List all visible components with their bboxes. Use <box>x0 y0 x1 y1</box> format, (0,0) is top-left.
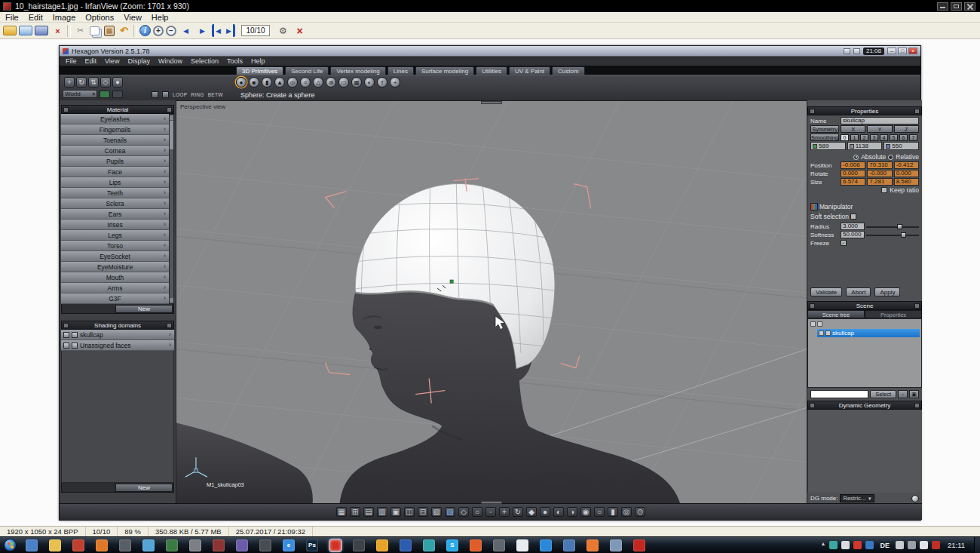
hx-menu-display[interactable]: Display <box>127 57 150 65</box>
relative-radio[interactable] <box>888 155 893 160</box>
start-button[interactable] <box>4 539 17 551</box>
page-number-field[interactable] <box>241 25 270 36</box>
plane-tool-icon[interactable]: ▭ <box>338 77 349 88</box>
rotate-x-field[interactable]: 0.000 <box>841 170 865 177</box>
symmetry-z-button[interactable]: Z <box>894 125 919 133</box>
material-item-legs[interactable]: Legs <box>61 230 169 241</box>
select-tool-icon[interactable]: + <box>64 77 75 88</box>
taskbar-app-crimson[interactable] <box>633 539 645 551</box>
symmetry-button[interactable]: Symmetry <box>810 125 839 133</box>
first-image-icon[interactable]: ◀ <box>212 24 222 37</box>
freeze-checkbox[interactable] <box>841 240 847 246</box>
cylinder-tool-icon[interactable]: ▮ <box>262 77 272 88</box>
taskbar-firefox[interactable] <box>96 539 108 551</box>
soft-selection-checkbox[interactable] <box>850 214 856 220</box>
exit-icon[interactable]: × <box>292 24 307 37</box>
smoothing-level-0[interactable]: 0 <box>841 134 849 141</box>
menu-help[interactable]: Help <box>152 13 169 22</box>
helix-tool-icon[interactable]: ≈ <box>300 77 311 88</box>
taskbar-app-red[interactable] <box>72 539 84 551</box>
separator[interactable] <box>67 25 71 37</box>
taskbar-explorer[interactable] <box>49 539 61 551</box>
size-z-field[interactable]: 8.580 <box>894 178 919 186</box>
delete-icon[interactable]: × <box>51 24 65 37</box>
hx-menu-selection[interactable]: Selection <box>191 57 219 65</box>
scroll-up-icon[interactable] <box>170 115 173 120</box>
keep-ratio-checkbox[interactable] <box>881 187 887 193</box>
panel-menu-icon[interactable] <box>167 323 172 328</box>
add-icon[interactable] <box>72 343 78 349</box>
visibility-icon[interactable] <box>63 343 69 349</box>
camera-view-icon[interactable]: ◎ <box>621 507 632 517</box>
smoothing-level-4[interactable]: 4 <box>880 134 888 141</box>
tab-uv-paint[interactable]: UV & Paint <box>509 66 550 75</box>
taskbar-app-bluegray[interactable] <box>610 539 622 551</box>
material-item-fingernails[interactable]: Fingernails <box>61 124 169 135</box>
panel-menu-icon[interactable] <box>167 107 172 112</box>
rows-view-icon[interactable]: ▤ <box>363 507 374 517</box>
xyz-axis-chip[interactable] <box>100 91 110 98</box>
hx-menu-file[interactable]: File <box>66 57 77 65</box>
pyramid-tool-icon[interactable]: △ <box>313 77 323 88</box>
pan-view-icon[interactable]: ⇅ <box>88 77 99 88</box>
shaded-ball-icon[interactable]: ● <box>540 507 550 517</box>
taskbar-app-teal[interactable] <box>423 539 435 551</box>
tray-network-icon[interactable] <box>920 541 928 549</box>
softness-field[interactable]: 50.000 <box>841 231 865 238</box>
scale-tool-icon[interactable]: ◆ <box>526 507 537 517</box>
halfshade-ball-icon[interactable]: ◐ <box>553 507 564 517</box>
tray-icon-teal[interactable] <box>829 541 838 549</box>
material-item-irises[interactable]: Irises <box>61 220 169 230</box>
tab-utilities[interactable]: Utilities <box>476 66 507 75</box>
taskbar-app-violet[interactable] <box>236 539 248 551</box>
material-item-lips[interactable]: Lips <box>61 177 169 188</box>
taskbar-clock[interactable]: 21:11 <box>948 541 965 549</box>
undo-icon[interactable]: ↶ <box>117 24 131 37</box>
material-scrollbar[interactable] <box>169 114 174 304</box>
name-field[interactable]: skullcap <box>841 117 919 124</box>
zoom-in-icon[interactable]: + <box>153 26 164 36</box>
taskbar-app-dark[interactable] <box>259 539 271 551</box>
hx-menu-help[interactable]: Help <box>251 57 265 65</box>
backshade-ball-icon[interactable]: ◑ <box>567 507 577 517</box>
tray-icon-red[interactable] <box>853 541 862 549</box>
smoothing-button[interactable]: Smoothing <box>810 134 839 141</box>
thumbnails-icon[interactable] <box>19 26 32 35</box>
symmetry-x-button[interactable]: X <box>841 125 865 133</box>
material-item-face[interactable]: Face <box>61 167 169 177</box>
magnify-icon[interactable]: ○ <box>472 507 482 517</box>
taskbar-ie[interactable]: e <box>283 539 295 551</box>
position-y-field[interactable]: 70.310 <box>867 161 892 169</box>
scene-tree[interactable]: skullcap <box>807 318 922 388</box>
copy-icon[interactable] <box>90 26 100 35</box>
loop-toggle-label[interactable]: LOOP <box>173 92 187 97</box>
tray-keyboard-icon[interactable] <box>896 541 904 549</box>
open-folder-icon[interactable] <box>3 26 17 35</box>
language-indicator[interactable]: DE <box>880 542 890 549</box>
scene-options-icon[interactable]: ▣ <box>909 390 919 398</box>
render-icon[interactable]: ⊙ <box>635 507 645 517</box>
scroll-down-icon[interactable] <box>170 298 173 303</box>
taskbar-app-green[interactable] <box>166 539 178 551</box>
add-icon[interactable] <box>72 332 78 338</box>
symmetry-y-button[interactable]: Y <box>867 125 892 133</box>
panel-close-icon[interactable] <box>810 303 815 309</box>
selected-vertex-marker[interactable] <box>450 280 453 283</box>
material-item-ears[interactable]: Ears <box>61 209 169 220</box>
tray-icon-white[interactable] <box>841 541 850 549</box>
gear-tool-icon[interactable]: ⊛ <box>326 77 336 88</box>
scroll-thumb[interactable] <box>170 121 173 149</box>
taskbar-app-navy[interactable] <box>400 539 412 551</box>
camera-chip[interactable] <box>112 91 123 98</box>
separator[interactable] <box>133 25 137 37</box>
ghost-ball-icon[interactable]: ○ <box>594 507 605 517</box>
world-dropdown[interactable]: World <box>63 90 97 98</box>
tab-3d-primitives[interactable]: 3D Primitives <box>236 66 283 75</box>
panel-close-icon[interactable] <box>63 323 69 328</box>
hexagon-close-button[interactable]: × <box>908 48 917 54</box>
paste-icon[interactable] <box>104 26 115 36</box>
perspective-viewport[interactable]: Perspective view <box>176 100 807 505</box>
material-item-g3f[interactable]: G3F <box>61 293 169 304</box>
maximize-button[interactable] <box>951 2 962 11</box>
smoothing-level-1[interactable]: 1 <box>850 134 859 141</box>
